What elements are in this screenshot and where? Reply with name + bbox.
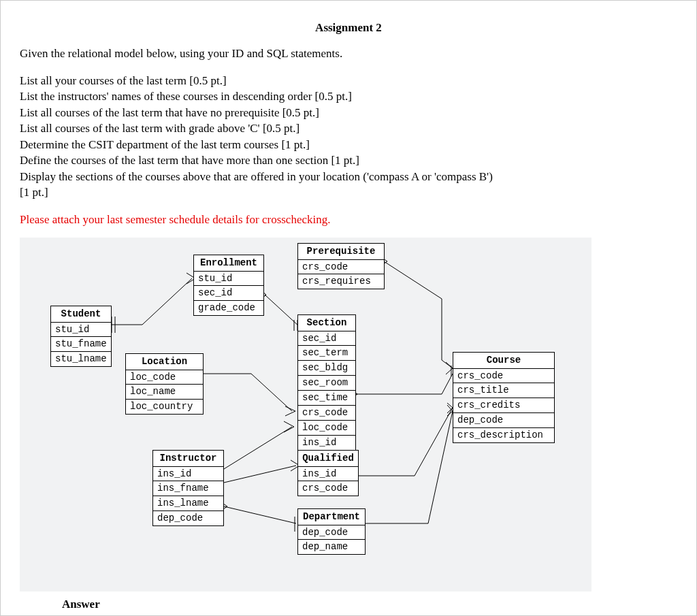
entity-attr: stu_fname: [51, 337, 111, 352]
entity-attr: ins_id: [298, 467, 358, 482]
entity-attr: dep_code: [453, 413, 554, 428]
task-line: List all courses of the last term with g…: [20, 120, 677, 136]
entity-header: Location: [126, 354, 203, 370]
entity-attr: ins_id: [298, 436, 355, 450]
entity-enrollment: Enrollment stu_id sec_id grade_code: [193, 255, 264, 317]
entity-attr: sec_term: [298, 346, 355, 361]
entity-attr: grade_code: [194, 301, 263, 315]
assignment-title: Assignment 2: [20, 21, 677, 35]
entity-attr: stu_id: [194, 272, 263, 287]
entity-attr: crs_code: [453, 369, 554, 384]
entity-attr: sec_time: [298, 391, 355, 406]
entity-department: Department dep_code dep_name: [297, 508, 366, 555]
entity-header: Qualified: [298, 451, 358, 467]
entity-attr: loc_country: [126, 400, 203, 414]
entity-location: Location loc_code loc_name loc_country: [125, 353, 204, 415]
entity-header: Student: [51, 306, 111, 323]
entity-attr: stu_id: [51, 323, 111, 338]
entity-attr: sec_id: [194, 286, 263, 301]
entity-attr: dep_name: [298, 540, 365, 554]
entity-header: Department: [298, 509, 365, 525]
entity-qualified: Qualified ins_id crs_code: [297, 450, 359, 497]
task-line: [1 pt.]: [20, 184, 677, 200]
task-line: Define the courses of the last term that…: [20, 152, 677, 168]
entity-header: Instructor: [153, 451, 223, 467]
task-line: Determine the CSIT department of the las…: [20, 137, 677, 152]
task-line: List all courses of the last term that h…: [20, 105, 677, 120]
entity-attr: crs_requires: [298, 274, 384, 289]
entity-header: Enrollment: [194, 255, 263, 272]
entity-attr: sec_bldg: [298, 361, 355, 376]
task-list: List all your courses of the last term […: [20, 73, 677, 201]
entity-attr: dep_code: [298, 525, 365, 540]
entity-header: Course: [453, 353, 554, 369]
answer-heading: Answer: [62, 598, 100, 611]
entity-section: Section sec_id sec_term sec_bldg sec_roo…: [297, 314, 356, 451]
entity-attr: ins_fname: [153, 481, 223, 496]
er-diagram: Student stu_id stu_fname stu_lname Enrol…: [20, 238, 591, 591]
entity-attr: ins_lname: [153, 496, 223, 511]
entity-attr: crs_code: [298, 260, 384, 275]
entity-header: Prerequisite: [298, 244, 384, 260]
entity-attr: loc_name: [126, 385, 203, 400]
entity-attr: crs_credits: [453, 398, 554, 413]
entity-attr: sec_room: [298, 376, 355, 391]
entity-student: Student stu_id stu_fname stu_lname: [50, 306, 112, 368]
entity-attr: crs_code: [298, 406, 355, 421]
entity-prerequisite: Prerequisite crs_code crs_requires: [297, 243, 385, 290]
entity-attr: crs_code: [298, 481, 358, 496]
entity-attr: crs_description: [453, 428, 554, 442]
entity-instructor: Instructor ins_id ins_fname ins_lname de…: [152, 450, 224, 526]
entity-attr: loc_code: [126, 370, 203, 385]
entity-attr: sec_id: [298, 331, 355, 346]
document-page: Assignment 2 Given the relational model …: [0, 0, 697, 616]
intro-text: Given the relational model below, using …: [20, 47, 677, 61]
task-line: List the instructors' names of these cou…: [20, 88, 677, 104]
entity-header: Section: [298, 315, 355, 331]
entity-attr: crs_title: [453, 383, 554, 398]
entity-course: Course crs_code crs_title crs_credits de…: [453, 352, 555, 443]
entity-attr: loc_code: [298, 421, 355, 436]
entity-attr: ins_id: [153, 467, 223, 482]
entity-attr: stu_lname: [51, 352, 111, 366]
attach-note: Please attach your last semester schedul…: [20, 213, 677, 227]
task-line: List all your courses of the last term […: [20, 73, 677, 88]
entity-attr: dep_code: [153, 511, 223, 525]
task-line: Display the sections of the courses abov…: [20, 169, 677, 184]
